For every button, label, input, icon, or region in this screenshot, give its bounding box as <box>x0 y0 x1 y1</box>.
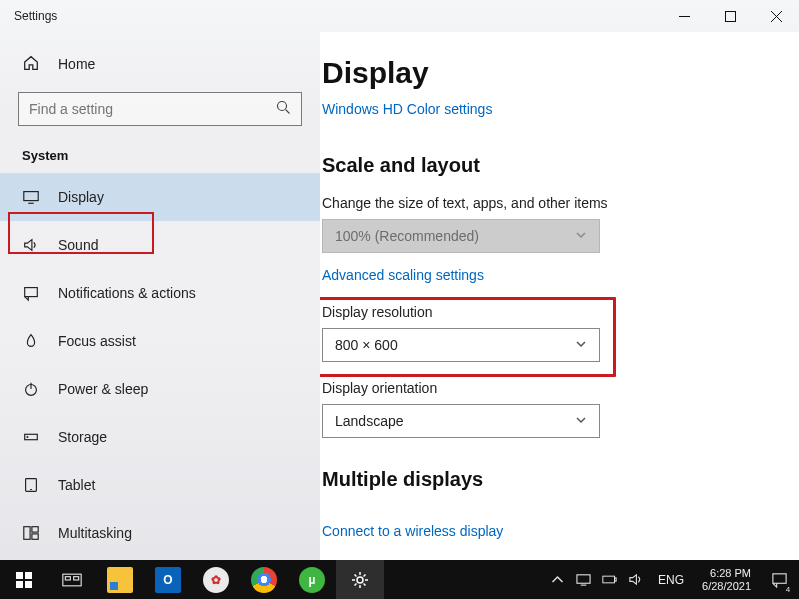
sidebar-item-label: Focus assist <box>58 333 136 349</box>
multiple-displays-heading: Multiple displays <box>322 468 799 491</box>
storage-icon <box>22 428 40 446</box>
search-box[interactable] <box>18 92 302 126</box>
sidebar-item-label: Multitasking <box>58 525 132 541</box>
svg-rect-8 <box>25 288 38 297</box>
focus-assist-icon <box>22 332 40 350</box>
system-tray: ENG <box>548 571 694 589</box>
maximize-button[interactable] <box>707 0 753 32</box>
chevron-down-icon <box>575 413 587 429</box>
svg-rect-23 <box>65 576 70 579</box>
sidebar-item-storage[interactable]: Storage <box>0 413 320 461</box>
scale-layout-heading: Scale and layout <box>322 154 799 177</box>
taskbar-app-utorrent[interactable]: µ <box>288 560 336 599</box>
chevron-down-icon <box>575 337 587 353</box>
tray-monitor-icon[interactable] <box>574 571 592 589</box>
main-content: Display Windows HD Color settings Scale … <box>320 32 799 560</box>
home-label: Home <box>58 56 95 72</box>
svg-rect-6 <box>24 192 38 201</box>
scale-label: Change the size of text, apps, and other… <box>322 195 799 211</box>
scale-dropdown-value: 100% (Recommended) <box>335 228 479 244</box>
tray-battery-icon[interactable] <box>600 571 618 589</box>
sidebar-item-focus-assist[interactable]: Focus assist <box>0 317 320 365</box>
svg-point-12 <box>27 437 28 438</box>
taskbar-app-file-explorer[interactable] <box>96 560 144 599</box>
power-icon <box>22 380 40 398</box>
svg-rect-29 <box>614 578 616 581</box>
window-controls <box>661 0 799 32</box>
notification-badge: 4 <box>783 584 793 594</box>
task-view-button[interactable] <box>48 560 96 599</box>
taskbar-app-paint[interactable]: ✿ <box>192 560 240 599</box>
wireless-display-link[interactable]: Connect to a wireless display <box>322 523 503 539</box>
sidebar-item-multitasking[interactable]: Multitasking <box>0 509 320 557</box>
action-center-button[interactable]: 4 <box>759 560 799 599</box>
hd-color-settings-link[interactable]: Windows HD Color settings <box>322 101 492 117</box>
sidebar-item-label: Power & sleep <box>58 381 148 397</box>
svg-rect-26 <box>576 575 589 583</box>
svg-rect-28 <box>602 576 614 583</box>
title-bar: Settings <box>0 0 799 32</box>
sidebar-section-label: System <box>22 148 320 163</box>
advanced-scaling-link[interactable]: Advanced scaling settings <box>322 267 484 283</box>
svg-rect-19 <box>25 572 32 579</box>
resolution-dropdown[interactable]: 800 × 600 <box>322 328 600 362</box>
sidebar-item-label: Storage <box>58 429 107 445</box>
sidebar-item-sound[interactable]: Sound <box>0 221 320 269</box>
svg-rect-18 <box>16 572 23 579</box>
svg-line-5 <box>286 109 290 113</box>
window-title: Settings <box>14 9 57 23</box>
svg-rect-15 <box>24 527 30 540</box>
svg-rect-16 <box>32 527 38 532</box>
display-icon <box>22 188 40 206</box>
close-button[interactable] <box>753 0 799 32</box>
sound-icon <box>22 236 40 254</box>
taskbar-date: 6/28/2021 <box>702 580 751 593</box>
tablet-icon <box>22 476 40 494</box>
tray-language[interactable]: ENG <box>652 573 690 587</box>
svg-rect-1 <box>725 11 735 21</box>
page-title: Display <box>322 56 799 90</box>
tray-chevron-up-icon[interactable] <box>548 571 566 589</box>
svg-point-25 <box>357 577 363 583</box>
resolution-dropdown-value: 800 × 600 <box>335 337 398 353</box>
orientation-dropdown[interactable]: Landscape <box>322 404 600 438</box>
search-icon <box>276 100 291 119</box>
sidebar: Home System Display Sound <box>0 32 320 560</box>
orientation-dropdown-value: Landscape <box>335 413 404 429</box>
home-button[interactable]: Home <box>0 46 320 82</box>
notifications-icon <box>22 284 40 302</box>
sidebar-item-notifications[interactable]: Notifications & actions <box>0 269 320 317</box>
sidebar-item-label: Sound <box>58 237 98 253</box>
home-icon <box>22 54 40 75</box>
taskbar-time: 6:28 PM <box>702 567 751 580</box>
svg-rect-20 <box>16 581 23 588</box>
start-button[interactable] <box>0 560 48 599</box>
resolution-label: Display resolution <box>322 304 799 320</box>
svg-rect-30 <box>772 574 785 583</box>
search-input[interactable] <box>29 101 276 117</box>
sidebar-item-power-sleep[interactable]: Power & sleep <box>0 365 320 413</box>
settings-window: Settings Home System <box>0 0 799 560</box>
taskbar-app-settings[interactable] <box>336 560 384 599</box>
sidebar-item-label: Tablet <box>58 477 95 493</box>
sidebar-item-display[interactable]: Display <box>0 173 320 221</box>
sidebar-item-label: Notifications & actions <box>58 285 196 301</box>
taskbar-app-chrome[interactable] <box>240 560 288 599</box>
sidebar-item-tablet[interactable]: Tablet <box>0 461 320 509</box>
scale-dropdown[interactable]: 100% (Recommended) <box>322 219 600 253</box>
taskbar-app-outlook[interactable]: O <box>144 560 192 599</box>
svg-point-4 <box>278 101 287 110</box>
taskbar-clock[interactable]: 6:28 PM 6/28/2021 <box>694 567 759 592</box>
minimize-button[interactable] <box>661 0 707 32</box>
orientation-label: Display orientation <box>322 380 799 396</box>
taskbar: O ✿ µ ENG 6:28 PM 6/28/2021 4 <box>0 560 799 599</box>
multitasking-icon <box>22 524 40 542</box>
sidebar-item-label: Display <box>58 189 104 205</box>
svg-rect-21 <box>25 581 32 588</box>
sidebar-nav: Display Sound Notifications & actions Fo… <box>0 173 320 557</box>
chevron-down-icon <box>575 228 587 244</box>
tray-volume-icon[interactable] <box>626 571 644 589</box>
svg-rect-17 <box>32 534 38 539</box>
svg-rect-24 <box>74 576 79 579</box>
